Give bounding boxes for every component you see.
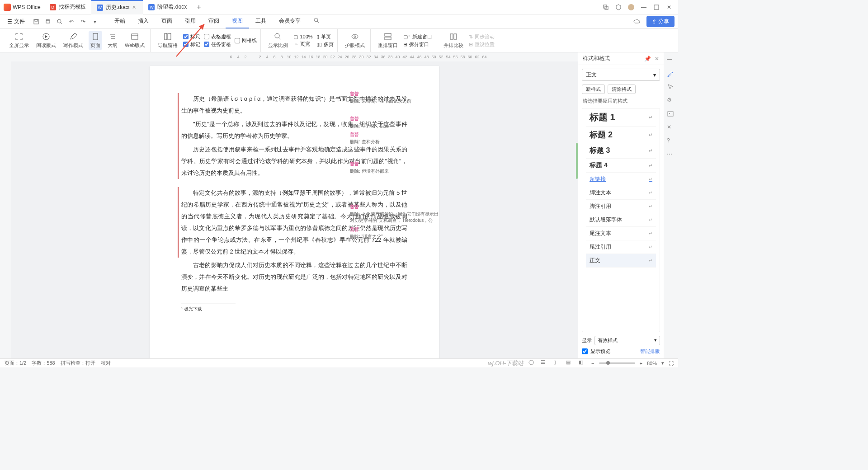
- revision-marker[interactable]: 普普删除: 但没有外部来: [350, 161, 389, 174]
- tab-tools[interactable]: 工具: [249, 14, 273, 28]
- paragraph[interactable]: 古老的影响力促成人们对历史本质的不同诠释，这些诠释在过去的几个世纪中不断演变，并…: [181, 259, 407, 295]
- style-list[interactable]: 标题 1↵标题 2↵标题 3↵标题 4↵超链接↵脚注文本↵脚注引用↵默认段落字体…: [582, 108, 660, 332]
- file-menu[interactable]: ☰ 文件: [4, 17, 28, 26]
- style-item[interactable]: 标题 3↵: [586, 143, 656, 159]
- print-preview-icon[interactable]: [56, 18, 64, 26]
- singlepage-button[interactable]: ▯单页: [316, 33, 334, 40]
- cube-icon[interactable]: [615, 4, 622, 11]
- pageview-button[interactable]: 页面: [89, 31, 102, 50]
- view-web-icon[interactable]: [528, 359, 536, 367]
- redo-icon[interactable]: ↷: [79, 18, 87, 26]
- page-status[interactable]: 页面：1/2: [5, 360, 26, 367]
- multiwindow-icon[interactable]: [602, 4, 609, 11]
- user-avatar[interactable]: [627, 4, 635, 11]
- style-item[interactable]: 脚注文本↵: [586, 186, 656, 200]
- style-item[interactable]: 标题 2↵: [586, 127, 656, 143]
- cloud-icon[interactable]: [633, 18, 641, 26]
- zoom-out-button[interactable]: −: [591, 361, 594, 366]
- close-icon[interactable]: ✕: [655, 56, 659, 62]
- print-icon[interactable]: [44, 18, 52, 26]
- tab-templates[interactable]: D 找稻壳模板: [44, 0, 91, 14]
- style-item[interactable]: 默认段落字体↵: [586, 213, 656, 227]
- qat-dropdown-icon[interactable]: ▾: [91, 18, 99, 26]
- tab-page[interactable]: 页面: [155, 14, 179, 28]
- newwin-button[interactable]: ▢⁺新建窗口: [403, 33, 432, 40]
- style-item[interactable]: 脚注引用↵: [586, 200, 656, 213]
- zoom-slider[interactable]: [599, 362, 635, 364]
- tab-references[interactable]: 引用: [179, 14, 202, 28]
- style-item[interactable]: 标题 4↵: [586, 159, 656, 173]
- eyecare-button[interactable]: 护眼模式: [343, 31, 367, 50]
- revision-marker[interactable]: 普普删除: "谎言之父": [350, 226, 383, 240]
- scroll-indicator[interactable]: [576, 143, 578, 179]
- fullscreen-icon[interactable]: ⛶: [669, 361, 674, 366]
- taskpane-checkbox[interactable]: 任务窗格: [204, 41, 231, 48]
- view-paint-icon[interactable]: ◧: [579, 359, 587, 367]
- style-item[interactable]: 尾注文本↵: [586, 227, 656, 240]
- splitwin-button[interactable]: ⊟拆分窗口: [403, 41, 432, 48]
- tab-panwang-doc[interactable]: W 盼望着.docx: [143, 0, 192, 14]
- chevron-down-icon[interactable]: ▾: [661, 360, 664, 366]
- tab-insert[interactable]: 插入: [132, 14, 155, 28]
- pin-icon[interactable]: 📌: [644, 56, 651, 62]
- style-item[interactable]: 超链接↵: [586, 173, 656, 186]
- tablegrid-checkbox[interactable]: 表格虚框: [204, 33, 231, 40]
- clear-format-button[interactable]: 清除格式: [608, 85, 636, 94]
- document-area[interactable]: 6422468101214161820222426283032343638404…: [11, 52, 578, 358]
- share-button[interactable]: ⇪ 分享: [646, 16, 675, 27]
- revision-marker[interactable]: 普普删除: 未研究。在书面记录之前: [350, 91, 411, 104]
- preview-checkbox[interactable]: 显示预览 智能排版: [582, 348, 660, 355]
- close-icon[interactable]: ✕: [665, 4, 673, 11]
- undo-icon[interactable]: ↶: [67, 18, 75, 26]
- navpane-button[interactable]: 导航窗格: [156, 31, 179, 50]
- style-item[interactable]: 尾注引用↵: [586, 240, 656, 254]
- outline-button[interactable]: 大纲: [106, 31, 119, 50]
- close-icon[interactable]: ×: [132, 5, 137, 10]
- fullscreen-button[interactable]: 全屏显示: [7, 31, 31, 50]
- tab-member[interactable]: 会员专享: [273, 14, 307, 28]
- webview-button[interactable]: Web版式: [123, 31, 146, 50]
- proof-status[interactable]: 校对: [101, 360, 111, 367]
- writemode-button[interactable]: 写作模式: [61, 31, 85, 50]
- marks-checkbox[interactable]: 标记: [183, 41, 200, 48]
- style-item[interactable]: 标题 1↵: [586, 108, 656, 127]
- select-icon[interactable]: [667, 83, 675, 91]
- zoom-in-button[interactable]: +: [640, 361, 642, 366]
- minimize-icon[interactable]: —: [640, 4, 647, 11]
- style-item[interactable]: 正文↵: [586, 254, 656, 268]
- view-page-icon[interactable]: ▯: [553, 359, 561, 367]
- tools-icon[interactable]: ✕: [667, 124, 675, 132]
- word-count[interactable]: 字数：588: [32, 360, 55, 367]
- rearrange-button[interactable]: 重排窗口: [376, 31, 400, 50]
- ruler-checkbox[interactable]: 标尺: [183, 33, 200, 40]
- view-read-icon[interactable]: ▤: [566, 359, 574, 367]
- smart-layout-link[interactable]: 智能排版: [640, 348, 660, 355]
- save-icon[interactable]: [32, 18, 40, 26]
- tab-start[interactable]: 开始: [108, 14, 132, 28]
- tab-history-doc[interactable]: W 历史.docx ×: [91, 0, 143, 14]
- maximize-icon[interactable]: [653, 4, 660, 11]
- settings-icon[interactable]: ⚙: [667, 97, 675, 105]
- zoom-100-button[interactable]: ▢100%: [293, 34, 312, 40]
- zoom-thumb[interactable]: [606, 361, 610, 365]
- show-filter-select[interactable]: 有效样式 ▾: [594, 336, 660, 345]
- tab-view[interactable]: 视图: [226, 14, 249, 28]
- spellcheck-status[interactable]: 拼写检查：打开: [61, 360, 95, 367]
- sidebyside-button[interactable]: 并排比较: [442, 31, 465, 50]
- more-icon[interactable]: ⋯: [667, 151, 675, 159]
- gridlines-checkbox[interactable]: 网格线: [235, 37, 257, 44]
- search-icon[interactable]: [307, 14, 326, 28]
- collapse-icon[interactable]: —: [667, 56, 675, 64]
- help-icon[interactable]: ?: [667, 137, 675, 146]
- multipage-button[interactable]: ▯▯多页: [316, 41, 334, 48]
- revision-marker[interactable]: 普普删除: 文化遗产或传说，因为它们没有显示出对历史学科的"无私调查"。Hero…: [350, 204, 440, 224]
- current-style-dropdown[interactable]: 正文 ▾: [582, 69, 660, 81]
- view-outline-icon[interactable]: ☰: [541, 359, 549, 367]
- pagewidth-button[interactable]: ↔页宽: [293, 41, 312, 47]
- new-style-button[interactable]: 新样式: [582, 85, 605, 94]
- revision-marker[interactable]: 普普删除: 查和分析: [350, 132, 380, 145]
- format-brush-icon[interactable]: [667, 70, 675, 78]
- new-tab-button[interactable]: +: [192, 3, 205, 11]
- readmode-button[interactable]: 阅读版式: [34, 31, 58, 50]
- zoomratio-button[interactable]: 显示比例: [266, 31, 290, 50]
